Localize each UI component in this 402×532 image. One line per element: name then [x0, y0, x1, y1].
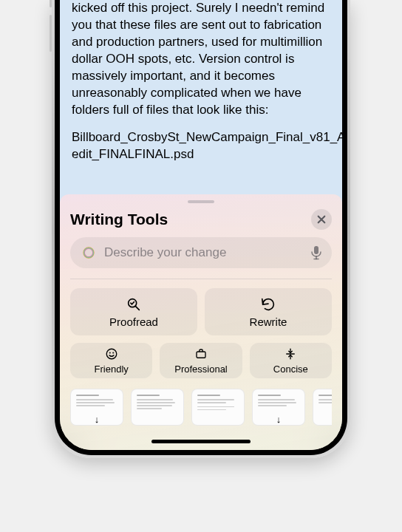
- svg-rect-4: [314, 246, 318, 254]
- home-indicator[interactable]: [151, 440, 251, 443]
- format-preview-card[interactable]: [191, 389, 245, 426]
- filename-example[interactable]: Billboard_CrosbySt_NewCampaign_Final_v81…: [72, 129, 330, 163]
- friendly-icon: [105, 347, 118, 361]
- tool-label: Rewrite: [250, 316, 287, 328]
- tool-label: Professional: [174, 364, 228, 375]
- prompt-input[interactable]: [104, 245, 304, 260]
- arrow-down-icon: ↓: [276, 414, 282, 425]
- concise-button[interactable]: Concise: [250, 343, 332, 378]
- format-preview-card[interactable]: ↓: [252, 389, 305, 426]
- volume-up-button[interactable]: [50, 0, 52, 7]
- proofread-icon: [126, 296, 142, 313]
- sheet-title: Writing Tools: [70, 211, 168, 228]
- rewrite-button[interactable]: Rewrite: [205, 288, 332, 335]
- screen: kicked off this project. Surely I needn'…: [60, 0, 342, 450]
- professional-icon: [194, 347, 208, 361]
- sheet-grabber[interactable]: [188, 200, 214, 203]
- close-icon: [317, 215, 326, 224]
- format-preview-card[interactable]: [313, 389, 332, 426]
- svg-point-11: [113, 352, 114, 353]
- rewrite-icon: [260, 296, 276, 313]
- proofread-button[interactable]: Proofread: [70, 288, 197, 335]
- document-text[interactable]: kicked off this project. Surely I needn'…: [60, 0, 342, 180]
- prompt-input-bar[interactable]: [70, 237, 332, 268]
- phone-frame: kicked off this project. Surely I needn'…: [52, 0, 350, 458]
- close-button[interactable]: [311, 209, 332, 230]
- writing-tools-sheet: Writing Tools: [60, 194, 342, 450]
- svg-point-9: [106, 349, 117, 359]
- friendly-button[interactable]: Friendly: [70, 343, 152, 378]
- format-preview-card[interactable]: [131, 389, 184, 426]
- siri-icon: [81, 245, 97, 261]
- arrow-down-icon: ↓: [95, 414, 100, 425]
- tool-label: Proofread: [109, 316, 158, 328]
- concise-icon: [284, 347, 297, 361]
- divider: [70, 279, 332, 279]
- svg-point-3: [82, 246, 95, 259]
- microphone-icon[interactable]: [311, 245, 321, 260]
- svg-rect-12: [197, 352, 205, 358]
- svg-point-10: [109, 352, 110, 353]
- format-preview-row: ↓: [70, 389, 332, 426]
- tool-label: Friendly: [95, 364, 129, 375]
- professional-button[interactable]: Professional: [160, 343, 242, 378]
- format-preview-card[interactable]: ↓: [70, 389, 123, 426]
- paragraph[interactable]: kicked off this project. Surely I needn'…: [72, 0, 330, 119]
- tool-label: Concise: [273, 364, 308, 375]
- volume-down-button[interactable]: [50, 15, 52, 52]
- svg-line-8: [135, 306, 139, 310]
